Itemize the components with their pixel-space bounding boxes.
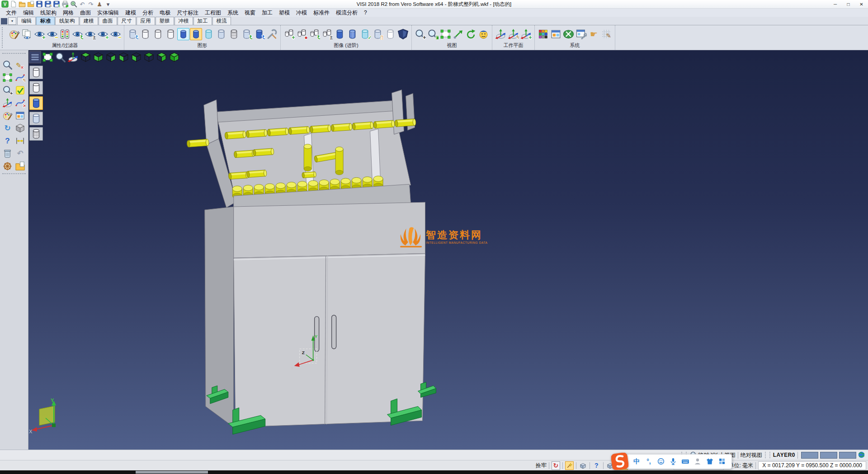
menu-item-2[interactable]: 线架构 <box>37 9 60 17</box>
selection-filter-icon[interactable] <box>59 28 71 40</box>
ime-punctuation-icon[interactable]: °, <box>645 457 653 465</box>
menu-item-16[interactable]: 标准件 <box>310 9 333 17</box>
filter-remove-icon[interactable]: − <box>46 28 58 40</box>
tab-4[interactable]: 曲面 <box>99 17 117 25</box>
navigation-wheel-icon[interactable] <box>2 161 13 172</box>
menu-item-10[interactable]: 工程图 <box>202 9 224 17</box>
shaded-edges-view-icon[interactable] <box>190 28 202 40</box>
tab-8[interactable]: 冲模 <box>175 17 193 25</box>
status-wand-icon[interactable] <box>565 461 574 470</box>
menu-item-17[interactable]: 模流分析 <box>333 9 361 17</box>
entities-filter-icon[interactable]: ● <box>296 28 308 40</box>
close-button[interactable]: ✕ <box>855 0 868 8</box>
solid-shade-icon[interactable] <box>334 28 346 40</box>
lock-toggle[interactable]: 拴牢 <box>536 462 547 469</box>
layer-color-swatch-2[interactable] <box>820 452 837 459</box>
3d-viewport[interactable]: Y X Z Y X <box>28 50 868 450</box>
mode-hidden-line-icon[interactable] <box>30 82 42 94</box>
select-options-icon[interactable]: ☛ <box>588 28 600 40</box>
status-profile-icon[interactable] <box>579 461 587 470</box>
dynamic-zoom-icon[interactable] <box>2 59 13 71</box>
view-left-cube-icon[interactable] <box>130 51 142 63</box>
session-history-icon[interactable]: ♟ <box>96 0 103 8</box>
menu-item-18[interactable]: ? <box>361 9 370 16</box>
display-manager-icon[interactable] <box>550 28 562 40</box>
striped-shade-icon[interactable] <box>346 28 359 40</box>
taskbar-item[interactable] <box>136 471 208 474</box>
door-handle-right[interactable] <box>332 315 336 349</box>
confirm-selection-icon[interactable] <box>14 85 26 96</box>
edit-spline-icon[interactable]: ✎ <box>14 72 26 83</box>
entities-refresh-icon[interactable]: ↻ <box>308 28 321 40</box>
fit-view-icon[interactable] <box>42 51 54 63</box>
erase-sketch-icon[interactable]: ✎✕ <box>14 59 26 71</box>
layer-window-icon[interactable] <box>14 110 26 121</box>
regen-all-icon[interactable]: ↻ <box>253 28 265 40</box>
section-shade-icon[interactable]: ▯ <box>372 28 384 40</box>
machine-model[interactable] <box>187 90 436 435</box>
visi-logo-icon[interactable]: V <box>1 0 9 8</box>
settings-window-icon[interactable] <box>575 28 587 40</box>
ucs-origin-icon[interactable] <box>2 97 13 109</box>
open-file-icon[interactable] <box>19 0 26 8</box>
view-front-cube-icon[interactable] <box>118 51 130 63</box>
filter-add-icon[interactable]: + <box>33 28 46 40</box>
print-icon[interactable] <box>61 0 69 8</box>
workplane-align-icon[interactable]: + <box>520 28 532 40</box>
status-grip-2[interactable] <box>765 452 770 458</box>
ime-language-icon[interactable]: 中 <box>632 457 641 465</box>
menu-item-14[interactable]: 塑模 <box>276 9 293 17</box>
new-file-icon[interactable] <box>10 0 17 8</box>
menu-item-1[interactable]: 编辑 <box>20 9 37 17</box>
view-direction-icon[interactable] <box>452 28 464 40</box>
status-refresh-icon[interactable]: ↻ <box>552 461 560 470</box>
mode-flat-icon[interactable] <box>30 113 42 124</box>
menu-item-3[interactable]: 网格 <box>60 9 77 17</box>
render-options-icon[interactable] <box>477 28 490 40</box>
context-help-icon[interactable]: ? <box>2 135 13 147</box>
toolbar-grip[interactable] <box>2 27 5 48</box>
view-shaded-cube-icon[interactable] <box>168 51 180 63</box>
tab-7[interactable]: 塑膜 <box>156 17 174 25</box>
save-all-icon[interactable]: ↻ <box>53 0 60 8</box>
tab-dropdown-button[interactable]: ▼ <box>8 17 16 25</box>
layer-color-swatch-3[interactable] <box>839 452 856 459</box>
dashed-line-view-icon[interactable] <box>165 28 177 40</box>
entities-toggle-icon[interactable]: ± <box>321 28 333 40</box>
workplane-edit-icon[interactable]: ✎ <box>507 28 519 40</box>
entities-add-icon[interactable]: + <box>283 28 295 40</box>
solid-preview-icon[interactable] <box>14 123 26 134</box>
ime-voice-icon[interactable] <box>669 457 677 465</box>
left-toolbar-grip-bottom[interactable] <box>2 173 26 176</box>
view-rotate-icon[interactable] <box>465 28 477 40</box>
mode-shaded-icon-button[interactable] <box>29 96 43 110</box>
hide-all-icon[interactable]: − <box>109 28 122 40</box>
mode-wireframe-icon-button[interactable] <box>29 66 43 79</box>
color-palette-icon[interactable] <box>537 28 549 40</box>
ime-account-icon[interactable] <box>693 457 702 465</box>
zoom-scale-icon[interactable]: + <box>2 85 13 96</box>
mode-hidden-line-icon-button[interactable] <box>29 81 43 95</box>
ime-keyboard-icon[interactable] <box>681 457 689 465</box>
ghost-shade-icon[interactable] <box>384 28 396 40</box>
tab-9[interactable]: 加工 <box>193 17 212 25</box>
print-preview-icon[interactable] <box>70 0 77 8</box>
refresh-view-icon[interactable]: ↻ <box>2 123 13 134</box>
flat-view-icon[interactable] <box>215 28 227 40</box>
redo-icon[interactable]: ↷ <box>87 0 94 8</box>
open-document-icon[interactable] <box>14 161 26 172</box>
toolbar-options-icon[interactable]: ▾ <box>104 0 112 8</box>
menu-item-9[interactable]: 尺寸标注 <box>174 9 202 17</box>
mode-shaded-icon[interactable] <box>30 97 42 109</box>
menu-item-15[interactable]: 冲模 <box>293 9 310 17</box>
ime-emoji-icon[interactable] <box>657 457 665 465</box>
hidden-line-view-icon[interactable] <box>152 28 164 40</box>
status-help-icon[interactable]: ? <box>592 461 601 470</box>
attribute-paint-icon[interactable] <box>8 28 20 40</box>
tab-10[interactable]: 模流 <box>212 17 231 25</box>
visibility-refresh-icon[interactable]: ↻ <box>71 28 84 40</box>
minimize-button[interactable]: ─ <box>829 0 842 8</box>
zoom-extents-icon[interactable] <box>439 28 452 40</box>
layer-indicator[interactable]: LAYER0 <box>773 452 795 458</box>
view-bottom-cube-icon[interactable] <box>92 51 104 63</box>
